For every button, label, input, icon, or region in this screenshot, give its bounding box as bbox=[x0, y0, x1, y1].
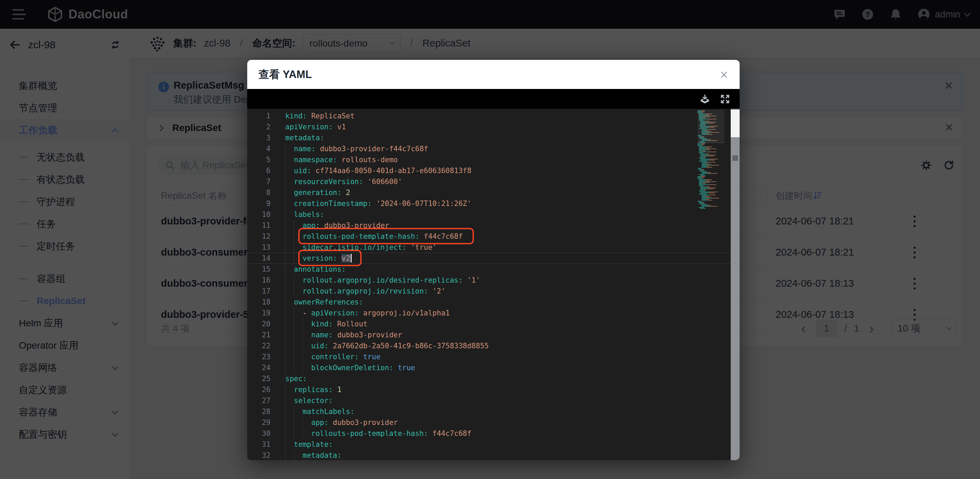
indent-guide bbox=[294, 428, 302, 439]
minimap-line bbox=[699, 169, 704, 170]
minimap-line bbox=[702, 164, 711, 165]
scrollbar-thumb[interactable] bbox=[731, 110, 740, 137]
yaml-key: apiVersion: bbox=[285, 123, 333, 131]
indent-guide bbox=[285, 297, 294, 308]
line-number: 1 bbox=[247, 111, 270, 122]
minimap-line bbox=[702, 196, 708, 197]
indent-guide bbox=[294, 417, 302, 428]
line-content: uid: cf714aa6-8050-401d-ab17-e606360813f… bbox=[285, 167, 471, 175]
yaml-value: 2 bbox=[346, 189, 350, 197]
minimap-line bbox=[699, 190, 705, 191]
line-number: 31 bbox=[247, 439, 270, 450]
line-number: 19 bbox=[247, 308, 270, 319]
indent-guide bbox=[294, 351, 302, 362]
yaml-key: metadata: bbox=[303, 451, 342, 460]
minimap-line bbox=[702, 200, 712, 200]
indent-guide bbox=[285, 384, 294, 395]
minimap-line bbox=[700, 190, 706, 190]
overview-ruler-marker bbox=[732, 155, 738, 161]
minimap-line bbox=[702, 162, 716, 163]
line-content: blockOwnerDeletion: true bbox=[285, 364, 415, 372]
yaml-line-17: 17rollout.argoproj.io/revision: '2' bbox=[247, 286, 740, 297]
yaml-value: f44c7c68f bbox=[433, 430, 471, 438]
yaml-value: 1 bbox=[337, 385, 342, 394]
yaml-value: '2024-06-07T10:21:26Z' bbox=[376, 200, 471, 208]
minimap-line bbox=[702, 163, 708, 163]
yaml-key: kind: bbox=[311, 320, 333, 328]
minimap-line bbox=[697, 168, 701, 169]
minimap-line bbox=[697, 143, 705, 144]
line-number: 6 bbox=[247, 165, 270, 176]
indent-guide bbox=[285, 417, 294, 428]
yaml-key: rollout.argoproj.io/revision: bbox=[303, 287, 428, 295]
yaml-line-14: 14version: v2 bbox=[247, 253, 740, 264]
minimap-line bbox=[699, 158, 705, 159]
yaml-modal: 查看 YAML × 1kind: ReplicaSet2apiVersion: … bbox=[247, 60, 740, 460]
yaml-key: resourceVersion: bbox=[294, 178, 363, 186]
line-number: 3 bbox=[247, 132, 270, 143]
minimap-line bbox=[699, 203, 704, 204]
minimap-line bbox=[700, 159, 718, 159]
yaml-editor[interactable]: 1kind: ReplicaSet2apiVersion: v13metadat… bbox=[247, 109, 740, 460]
yaml-line-9: 9creationTimestamp: '2024-06-07T10:21:26… bbox=[247, 198, 740, 209]
yaml-line-10: 10labels: bbox=[247, 209, 740, 220]
indent-guide bbox=[285, 450, 294, 460]
line-number: 15 bbox=[247, 264, 270, 275]
yaml-line-3: 3metadata: bbox=[247, 132, 740, 143]
line-content: - apiVersion: argoproj.io/v1alpha1 bbox=[285, 309, 450, 317]
minimap-slider[interactable] bbox=[697, 110, 724, 143]
line-number: 2 bbox=[247, 122, 270, 132]
text-cursor bbox=[351, 254, 352, 262]
line-content: metadata: bbox=[285, 134, 324, 142]
fullscreen-expand-icon[interactable] bbox=[719, 94, 731, 105]
line-content: controller: true bbox=[285, 353, 380, 361]
yaml-key: sidecar.istio.io/inject: bbox=[303, 243, 406, 252]
line-content: kind: Rollout bbox=[285, 320, 368, 328]
line-number: 17 bbox=[247, 286, 270, 297]
indent-guide bbox=[294, 242, 302, 253]
line-content: version: v2 bbox=[285, 254, 352, 262]
yaml-value: true bbox=[363, 353, 381, 361]
minimap-line bbox=[699, 146, 712, 147]
yaml-key: matchLabels: bbox=[303, 408, 355, 416]
minimap-line bbox=[699, 181, 716, 182]
indent-guide bbox=[294, 253, 302, 264]
yaml-dash: - bbox=[303, 309, 311, 317]
indent-guide bbox=[285, 319, 294, 330]
line-number: 10 bbox=[247, 209, 270, 220]
line-number: 20 bbox=[247, 319, 270, 330]
yaml-line-32: 32metadata: bbox=[247, 450, 740, 460]
indent-guide bbox=[294, 220, 302, 231]
yaml-value: v2 bbox=[341, 254, 350, 262]
indent-guide bbox=[303, 417, 311, 428]
yaml-line-28: 28matchLabels: bbox=[247, 406, 740, 417]
yaml-line-21: 21name: dubbo3-provider bbox=[247, 330, 740, 341]
yaml-value: dubbo3-provider-f44c7c68f bbox=[320, 145, 428, 153]
yaml-line-25: 25spec: bbox=[247, 373, 740, 384]
minimap-line bbox=[699, 184, 716, 185]
indent-guide bbox=[285, 395, 294, 406]
minimap-line bbox=[700, 156, 714, 156]
indent-guide bbox=[285, 428, 294, 439]
yaml-value: f44c7c68f bbox=[424, 232, 463, 241]
line-number: 29 bbox=[247, 417, 270, 428]
yaml-key: uid: bbox=[311, 342, 329, 350]
editor-scrollbar[interactable] bbox=[731, 109, 740, 460]
yaml-line-20: 20kind: Rollout bbox=[247, 319, 740, 330]
line-number: 5 bbox=[247, 154, 270, 165]
indent-guide bbox=[294, 308, 302, 319]
indent-guide bbox=[285, 275, 294, 286]
indent-guide bbox=[285, 439, 294, 450]
minimap-line bbox=[697, 145, 703, 146]
yaml-value: '606600' bbox=[368, 178, 402, 186]
yaml-key: metadata: bbox=[285, 134, 324, 142]
line-number: 8 bbox=[247, 187, 270, 198]
line-content: generation: 2 bbox=[285, 189, 350, 197]
modal-close-icon[interactable]: × bbox=[720, 68, 728, 81]
minimap-line bbox=[700, 189, 714, 189]
line-content: replicas: 1 bbox=[285, 385, 341, 394]
download-icon[interactable] bbox=[699, 94, 711, 105]
minimap-line bbox=[699, 152, 703, 153]
minimap-line bbox=[702, 195, 716, 195]
yaml-line-27: 27selector: bbox=[247, 395, 740, 406]
